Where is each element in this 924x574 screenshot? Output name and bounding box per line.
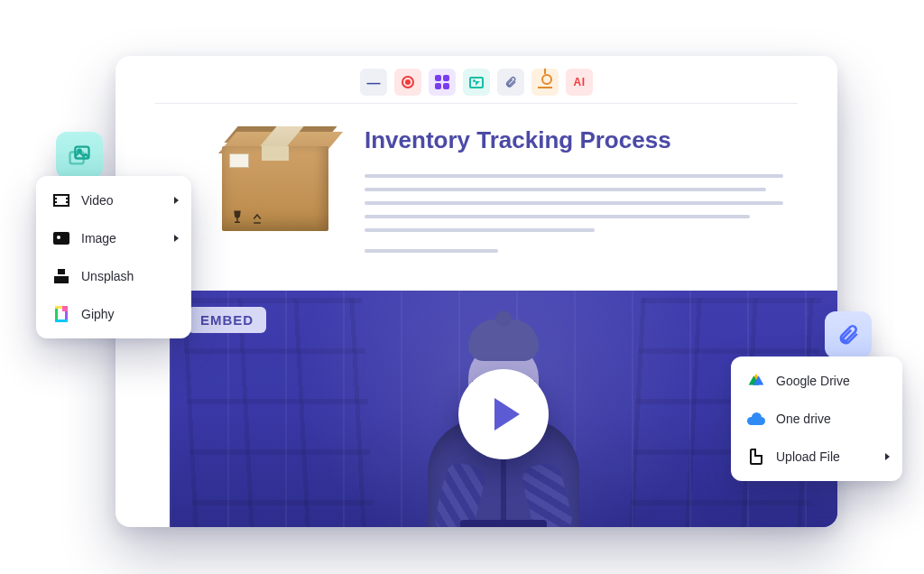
- text-placeholder: [365, 188, 766, 191]
- media-menu-video[interactable]: Video: [36, 181, 191, 219]
- ai-tool[interactable]: AI: [566, 69, 593, 96]
- menu-item-label: Video: [81, 193, 114, 208]
- media-menu-unsplash[interactable]: Unsplash: [36, 257, 191, 295]
- table-tool[interactable]: [429, 69, 456, 96]
- insert-tool[interactable]: [531, 69, 559, 96]
- menu-item-label: Image: [81, 231, 116, 245]
- menu-item-label: Giphy: [81, 307, 115, 321]
- text-placeholder: [365, 201, 783, 205]
- media-menu: Video Image Unsplash Giphy: [36, 176, 191, 338]
- menu-item-label: Upload File: [776, 449, 840, 464]
- media-menu-giphy[interactable]: Giphy: [36, 295, 191, 333]
- film-icon: [52, 191, 70, 209]
- text-placeholder: [365, 174, 783, 178]
- google-drive-icon: [747, 372, 765, 390]
- attach-menu: Google Drive One drive Upload File: [731, 356, 902, 481]
- chevron-right-icon: [174, 235, 179, 242]
- attach-fab[interactable]: [825, 311, 872, 358]
- chevron-right-icon: [174, 197, 179, 204]
- paperclip-icon: [504, 74, 517, 90]
- unsplash-icon: [52, 267, 70, 285]
- record-icon: [402, 76, 414, 88]
- intro-text: Inventory Tracking Process: [365, 126, 783, 263]
- attach-menu-onedrive[interactable]: One drive: [731, 400, 902, 438]
- this-side-up-icon: [249, 209, 265, 226]
- insert-icon: [538, 76, 552, 88]
- page-title: Inventory Tracking Process: [365, 126, 783, 154]
- menu-item-label: One drive: [776, 412, 831, 426]
- record-tool[interactable]: [394, 69, 421, 96]
- menu-item-label: Google Drive: [776, 374, 850, 388]
- paperclip-icon: [836, 323, 860, 347]
- media-gallery-icon: [67, 143, 92, 168]
- fragile-icon: [229, 209, 245, 226]
- divider-tool[interactable]: —: [360, 69, 387, 96]
- menu-item-label: Unsplash: [81, 269, 134, 283]
- text-placeholder: [365, 249, 498, 253]
- document-card: — AI: [116, 56, 837, 527]
- attach-menu-upload-file[interactable]: Upload File: [731, 438, 902, 476]
- attach-menu-google-drive[interactable]: Google Drive: [731, 362, 902, 400]
- chevron-right-icon: [885, 453, 890, 460]
- media-fab[interactable]: [56, 132, 103, 179]
- text-placeholder: [365, 215, 750, 218]
- onedrive-icon: [747, 410, 765, 428]
- editor-toolbar: — AI: [116, 65, 837, 106]
- file-icon: [747, 448, 765, 466]
- document-body: Inventory Tracking Process: [116, 123, 837, 527]
- table-icon: [435, 75, 449, 89]
- media-icon: [469, 77, 484, 88]
- intro-section: Inventory Tracking Process: [116, 123, 837, 284]
- media-menu-image[interactable]: Image: [36, 219, 191, 257]
- toolbar-divider: [155, 103, 798, 104]
- image-icon: [52, 229, 70, 247]
- box-illustration: [222, 126, 339, 235]
- embed-badge: EMBED: [188, 307, 266, 333]
- media-tool[interactable]: [463, 69, 490, 96]
- giphy-icon: [52, 305, 70, 323]
- attach-tool[interactable]: [497, 69, 524, 96]
- play-button[interactable]: [458, 369, 549, 459]
- text-placeholder: [365, 228, 595, 232]
